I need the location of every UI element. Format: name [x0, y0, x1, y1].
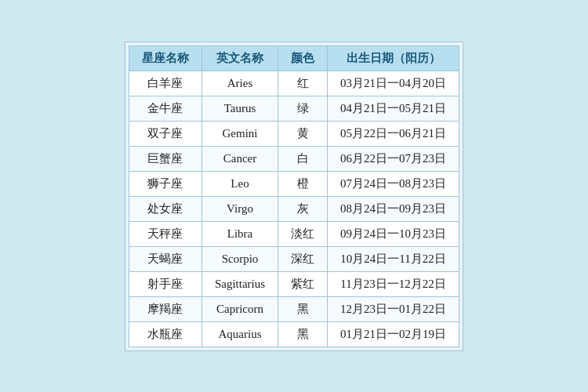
table-row: 白羊座Aries红03月21日一04月20日: [129, 71, 459, 96]
table-row: 水瓶座Aquarius黑01月21日一02月19日: [129, 321, 459, 347]
table-cell: 射手座: [129, 271, 201, 296]
table-cell: 水瓶座: [129, 321, 201, 347]
table-row: 天秤座Libra淡红09月24日一10月23日: [129, 221, 459, 246]
table-cell: 11月23日一12月22日: [328, 271, 459, 296]
table-cell: 12月23日一01月22日: [328, 296, 459, 321]
table-cell: 灰: [278, 196, 328, 221]
table-cell: 10月24日一11月22日: [328, 246, 459, 271]
table-cell: 处女座: [129, 196, 201, 221]
table-cell: 03月21日一04月20日: [328, 71, 459, 96]
table-row: 天蝎座Scorpio深红10月24日一11月22日: [129, 246, 459, 271]
table-cell: Cancer: [201, 146, 278, 171]
table-cell: 红: [278, 71, 328, 96]
table-header-cell: 出生日期（阳历）: [328, 45, 459, 71]
table-cell: Virgo: [201, 196, 278, 221]
table-cell: 白羊座: [129, 71, 201, 96]
table-cell: 白: [278, 146, 328, 171]
table-cell: 紫红: [278, 271, 328, 296]
table-row: 双子座Gemini黄05月22日一06月21日: [129, 121, 459, 146]
table-cell: Sagittarius: [201, 271, 278, 296]
table-cell: 摩羯座: [129, 296, 201, 321]
table-cell: Libra: [201, 221, 278, 246]
table-cell: 巨蟹座: [129, 146, 201, 171]
table-row: 射手座Sagittarius紫红11月23日一12月22日: [129, 271, 459, 296]
table-cell: 双子座: [129, 121, 201, 146]
table-row: 狮子座Leo橙07月24日一08月23日: [129, 171, 459, 196]
table-cell: Scorpio: [201, 246, 278, 271]
table-cell: 绿: [278, 96, 328, 121]
table-cell: Taurus: [201, 96, 278, 121]
table-cell: 天蝎座: [129, 246, 201, 271]
table-cell: 金牛座: [129, 96, 201, 121]
table-cell: 深红: [278, 246, 328, 271]
table-cell: 05月22日一06月21日: [328, 121, 459, 146]
table-cell: 黑: [278, 296, 328, 321]
table-cell: 狮子座: [129, 171, 201, 196]
table-cell: 08月24日一09月23日: [328, 196, 459, 221]
table-cell: Gemini: [201, 121, 278, 146]
table-header-cell: 英文名称: [201, 45, 278, 71]
table-cell: 09月24日一10月23日: [328, 221, 459, 246]
zodiac-table-container: 星座名称英文名称颜色出生日期（阳历） 白羊座Aries红03月21日一04月20…: [125, 42, 463, 351]
table-header-cell: 颜色: [278, 45, 328, 71]
table-cell: 橙: [278, 171, 328, 196]
table-row: 处女座Virgo灰08月24日一09月23日: [129, 196, 459, 221]
table-cell: 黄: [278, 121, 328, 146]
table-cell: Aquarius: [201, 321, 278, 347]
table-row: 巨蟹座Cancer白06月22日一07月23日: [129, 146, 459, 171]
table-cell: 06月22日一07月23日: [328, 146, 459, 171]
table-cell: 04月21日一05月21日: [328, 96, 459, 121]
zodiac-table: 星座名称英文名称颜色出生日期（阳历） 白羊座Aries红03月21日一04月20…: [129, 45, 459, 347]
table-cell: Capricorn: [201, 296, 278, 321]
table-row: 金牛座Taurus绿04月21日一05月21日: [129, 96, 459, 121]
table-row: 摩羯座Capricorn黑12月23日一01月22日: [129, 296, 459, 321]
table-header-row: 星座名称英文名称颜色出生日期（阳历）: [129, 45, 459, 71]
table-cell: Leo: [201, 171, 278, 196]
table-cell: Aries: [201, 71, 278, 96]
table-cell: 淡红: [278, 221, 328, 246]
table-cell: 天秤座: [129, 221, 201, 246]
table-header-cell: 星座名称: [129, 45, 201, 71]
table-cell: 黑: [278, 321, 328, 347]
table-body: 白羊座Aries红03月21日一04月20日金牛座Taurus绿04月21日一0…: [129, 71, 459, 347]
table-cell: 01月21日一02月19日: [328, 321, 459, 347]
table-cell: 07月24日一08月23日: [328, 171, 459, 196]
